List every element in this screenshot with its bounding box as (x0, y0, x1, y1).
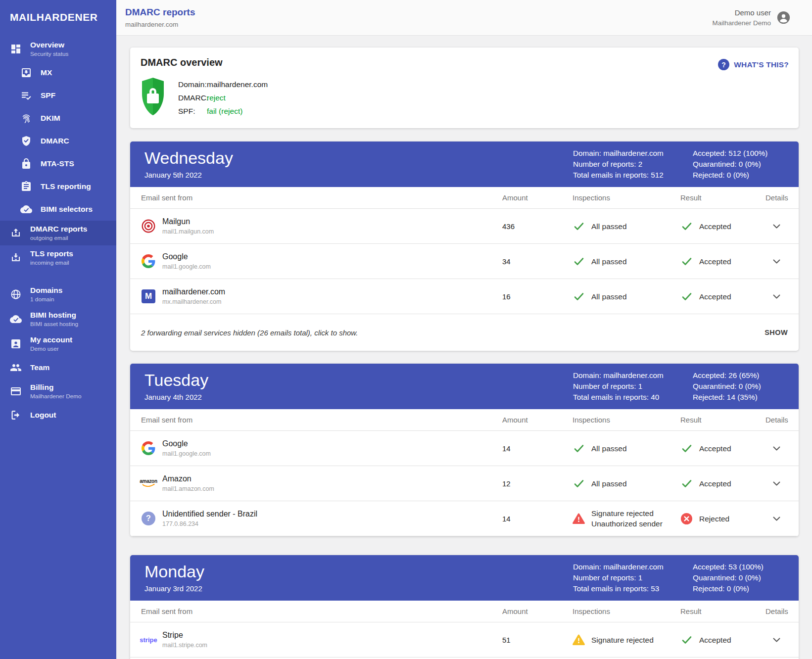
day-title: Monday (144, 563, 204, 581)
hidden-services-row[interactable]: 2 forwarding email services hidden (26 e… (130, 314, 799, 351)
help-label: WHAT'S THIS? (734, 60, 789, 69)
stat-total-emails: Total emails in reports: 512 (573, 170, 678, 181)
day-stats: Domain: mailhardener.com Number of repor… (573, 370, 788, 403)
dmarc-policy-value: reject (207, 91, 226, 104)
whats-this-link[interactable]: ? WHAT'S THIS? (718, 59, 789, 70)
check-icon (573, 444, 585, 453)
inspection-text: All passed (591, 256, 627, 267)
list-check-icon (20, 90, 32, 101)
day-date: January 3rd 2022 (144, 584, 204, 593)
stat-report-count: Number of reports: 1 (573, 381, 678, 392)
amount-value: 12 (502, 479, 573, 488)
sidebar-item-logout[interactable]: Logout (0, 404, 116, 426)
sidebar-item-bimi-selectors[interactable]: BIMI selectors (0, 198, 116, 221)
sidebar-item-tls-reporting[interactable]: TLS reporting (0, 175, 116, 198)
sidebar-item-overview[interactable]: OverviewSecurity status (0, 37, 116, 61)
table-row-stripe[interactable]: stripe Stripemail1.stripe.com 51 Signatu… (130, 622, 799, 658)
overview-fields: Domain:mailhardener.com DMARC:reject SPF… (178, 78, 268, 118)
details-expander[interactable] (765, 517, 788, 521)
amazon-logo: amazon (141, 479, 156, 488)
table-header: Email sent from Amount Inspections Resul… (130, 601, 799, 622)
sidebar-item-domains[interactable]: Domains1 domain (0, 282, 116, 307)
account-icon (10, 338, 22, 350)
main-area: DMARC reports mailhardener.com Demo user… (116, 0, 812, 659)
brand-logo: MAILHARDENER (0, 0, 116, 23)
inspection-text: All passed (591, 291, 627, 302)
sidebar-item-mx[interactable]: MX (0, 61, 116, 84)
stripe-logo: stripe (141, 636, 156, 644)
chevron-down-icon[interactable] (773, 638, 780, 642)
shield-lock-icon (141, 77, 165, 117)
day-stats: Domain: mailhardener.com Number of repor… (573, 148, 788, 181)
table-row-mailhardener[interactable]: M mailhardener.commx.mailhardener.com 16… (130, 279, 799, 314)
topbar: DMARC reports mailhardener.com Demo user… (116, 0, 812, 36)
details-expander[interactable] (765, 224, 788, 229)
sidebar-item-billing[interactable]: BillingMailhardener Demo (0, 379, 116, 404)
details-expander[interactable] (765, 638, 788, 642)
hidden-services-note: 2 forwarding email services hidden (26 e… (141, 329, 358, 337)
chevron-down-icon[interactable] (773, 446, 780, 451)
dashboard-icon (10, 43, 22, 55)
day-date: January 4th 2022 (144, 393, 208, 401)
sender-name: Unidentified sender - Brazil (162, 510, 257, 518)
user-menu[interactable]: Demo user Mailhardener Demo (712, 8, 790, 27)
chevron-down-icon[interactable] (773, 517, 780, 521)
show-button[interactable]: SHOW (764, 329, 788, 336)
chevron-down-icon[interactable] (773, 259, 780, 264)
details-expander[interactable] (765, 259, 788, 264)
sidebar-item-spf[interactable]: SPF (0, 84, 116, 107)
day-header: Tuesday January 4th 2022 Domain: mailhar… (130, 364, 799, 409)
table-row-unidentified-sender[interactable]: ? Unidentified sender - Brazil177.0.86.2… (130, 501, 799, 536)
sidebar-item-dmarc[interactable]: DMARC (0, 130, 116, 152)
sidebar-item-tls-reports[interactable]: TLS reportsincoming email (0, 245, 116, 270)
domain-value: mailhardener.com (207, 78, 268, 91)
sidebar: MAILHARDENER OverviewSecurity status MX … (0, 0, 116, 659)
sidebar-item-dkim[interactable]: DKIM (0, 107, 116, 130)
sender-name: mailhardener.com (162, 287, 225, 296)
sender-name: Amazon (162, 474, 214, 483)
sidebar-item-my-account[interactable]: My accountDemo user (0, 331, 116, 356)
chevron-down-icon[interactable] (773, 294, 780, 299)
details-expander[interactable] (765, 446, 788, 451)
sidebar-item-dmarc-reports[interactable]: DMARC reportsoutgoing email (0, 221, 116, 245)
stat-rejected: Rejected: 0 (0%) (693, 170, 788, 181)
table-row-google[interactable]: Googlemail1.google.com 14 All passed Acc… (130, 431, 799, 466)
chevron-down-icon[interactable] (773, 224, 780, 229)
sidebar-item-mta-sts[interactable]: MTA-STS (0, 152, 116, 175)
avatar-icon[interactable] (777, 11, 790, 24)
warning-yellow-icon (573, 634, 585, 645)
chevron-down-icon[interactable] (773, 481, 780, 486)
table-row-amazon[interactable]: amazon Amazonmail1.amazon.com 12 All pas… (130, 466, 799, 501)
day-header: Wednesday January 5th 2022 Domain: mailh… (130, 141, 799, 187)
amount-value: 16 (502, 292, 573, 301)
result-text: Accepted (699, 478, 731, 489)
details-expander[interactable] (765, 481, 788, 486)
stat-quarantined: Quarantined: 0 (0%) (693, 572, 788, 583)
stat-rejected: Rejected: 0 (0%) (693, 583, 788, 594)
stat-report-count: Number of reports: 1 (573, 572, 678, 583)
globe-icon (10, 288, 22, 300)
details-expander[interactable] (765, 294, 788, 299)
table-row-mailgun[interactable]: Mailgunmail1.mailgun.com 436 All passed … (130, 209, 799, 244)
amount-value: 14 (502, 515, 573, 523)
user-name: Demo user (735, 8, 771, 17)
sender-name: Google (162, 439, 211, 448)
amount-value: 436 (502, 222, 573, 231)
credit-card-icon (10, 385, 22, 397)
inspection-text: Unauthorized sender (591, 518, 663, 529)
table-row-google[interactable]: Googlemail1.google.com 34 All passed Acc… (130, 244, 799, 279)
stat-accepted: Accepted: 26 (65%) (693, 370, 788, 381)
check-icon (680, 292, 693, 301)
stat-total-emails: Total emails in reports: 53 (573, 583, 678, 594)
stat-domain: Domain: mailhardener.com (573, 562, 678, 572)
table-header: Email sent from Amount Inspections Resul… (130, 409, 799, 431)
inspection-text: Signature rejected (591, 635, 654, 645)
page-title: DMARC reports (125, 7, 195, 18)
check-icon (573, 222, 585, 231)
sidebar-item-bimi-hosting[interactable]: BIMI hostingBIMI asset hosting (0, 307, 116, 331)
sidebar-item-team[interactable]: Team (0, 356, 116, 379)
shield-check-icon (20, 135, 32, 147)
check-icon (680, 636, 693, 644)
stat-accepted: Accepted: 53 (100%) (693, 562, 788, 572)
warning-red-icon (573, 513, 585, 524)
